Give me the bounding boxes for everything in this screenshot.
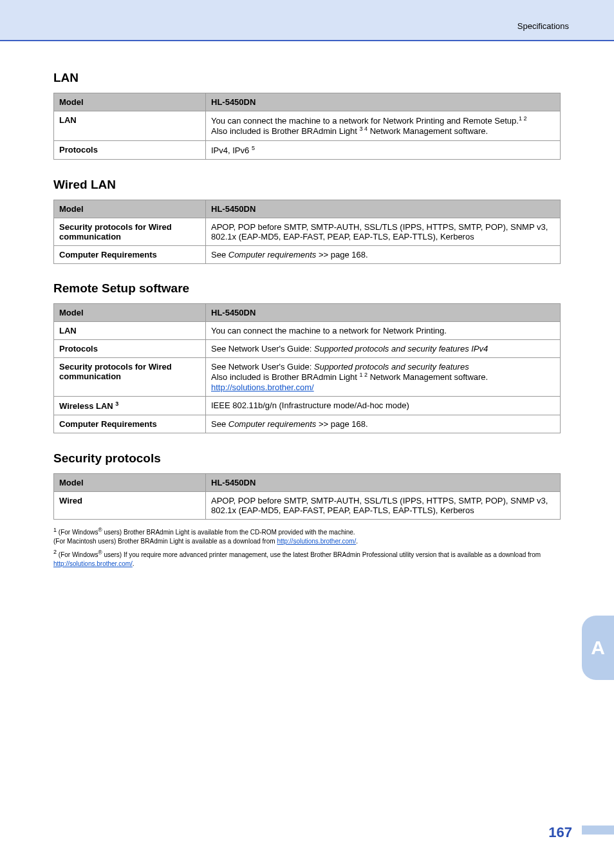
cell-value: See Network User's Guide: Supported prot… xyxy=(206,358,561,396)
table-header-value: HL-5450DN xyxy=(206,93,561,111)
table-row: Protocols IPv4, IPv6 5 xyxy=(54,140,561,159)
table-header-row: Model HL-5450DN xyxy=(54,304,561,322)
table-row: Security protocols for Wired communicati… xyxy=(54,358,561,396)
section-heading-wired-lan: Wired LAN xyxy=(53,166,561,192)
cell-value: IPv4, IPv6 5 xyxy=(206,140,561,159)
table-header-model: Model xyxy=(54,200,206,218)
cell-label: Computer Requirements xyxy=(54,245,206,263)
table-header-model: Model xyxy=(54,93,206,111)
cell-value: You can connect the machine to a network… xyxy=(206,322,561,340)
footnote-num: 1 xyxy=(53,527,57,533)
header-title: Specifications xyxy=(517,21,569,31)
footnote-text: (For Windows® users) Brother BRAdmin Lig… xyxy=(53,529,358,545)
table-header-value: HL-5450DN xyxy=(206,474,561,492)
table-header-value: HL-5450DN xyxy=(206,200,561,218)
cell-label: Security protocols for Wired communicati… xyxy=(54,218,206,245)
table-header-row: Model HL-5450DN xyxy=(54,474,561,492)
section-heading-lan: LAN xyxy=(53,71,561,85)
table-row: Wireless LAN 3 IEEE 802.11b/g/n (Infrast… xyxy=(54,396,561,415)
footnote-text: (For Windows® users) If you require more… xyxy=(53,551,541,567)
cell-label: Wireless LAN 3 xyxy=(54,396,206,415)
page-number: 167 xyxy=(548,824,572,841)
cell-value: IEEE 802.11b/g/n (Infrastructure mode/Ad… xyxy=(206,396,561,415)
cell-label: LAN xyxy=(54,322,206,340)
table-row: LAN You can connect the machine to a net… xyxy=(54,322,561,340)
footnote-link[interactable]: http://solutions.brother.com/ xyxy=(277,538,356,545)
page-root: Specifications LAN Model HL-5450DN LAN Y… xyxy=(0,0,614,868)
table-header-model: Model xyxy=(54,474,206,492)
table-row: Computer Requirements See Computer requi… xyxy=(54,415,561,433)
cell-value: APOP, POP before SMTP, SMTP-AUTH, SSL/TL… xyxy=(206,492,561,520)
cell-label: Computer Requirements xyxy=(54,415,206,433)
appendix-tab[interactable]: A xyxy=(582,616,614,680)
table-row: Computer Requirements See Computer requi… xyxy=(54,245,561,263)
cell-label: LAN xyxy=(54,111,206,141)
cell-label: Security protocols for Wired communicati… xyxy=(54,358,206,396)
cell-value: See Computer requirements >> page 168. xyxy=(206,245,561,263)
appendix-tab-label: A xyxy=(591,637,605,659)
table-row: Protocols See Network User's Guide: Supp… xyxy=(54,340,561,358)
cell-label: Protocols xyxy=(54,140,206,159)
table-row: Security protocols for Wired communicati… xyxy=(54,218,561,245)
cell-value: See Network User's Guide: Supported prot… xyxy=(206,340,561,358)
footnote-num: 2 xyxy=(53,549,57,555)
section-heading-remote-setup: Remote Setup software xyxy=(53,270,561,296)
table-header-value: HL-5450DN xyxy=(206,304,561,322)
footnote: 1 (For Windows® users) Brother BRAdmin L… xyxy=(53,526,561,546)
table-header-model: Model xyxy=(54,304,206,322)
table-header-row: Model HL-5450DN xyxy=(54,200,561,218)
table-lan: Model HL-5450DN LAN You can connect the … xyxy=(53,93,561,160)
cell-value: See Computer requirements >> page 168. xyxy=(206,415,561,433)
footnote: 2 (For Windows® users) If you require mo… xyxy=(53,548,561,568)
table-row: Wired APOP, POP before SMTP, SMTP-AUTH, … xyxy=(54,492,561,520)
table-security-protocols: Model HL-5450DN Wired APOP, POP before S… xyxy=(53,473,561,520)
cell-label: Wired xyxy=(54,492,206,520)
footnote-link[interactable]: http://solutions.brother.com/ xyxy=(53,560,133,567)
table-header-row: Model HL-5450DN xyxy=(54,93,561,111)
cell-value: APOP, POP before SMTP, SMTP-AUTH, SSL/TL… xyxy=(206,218,561,245)
link[interactable]: http://solutions.brother.com/ xyxy=(211,382,314,392)
table-wired-lan: Model HL-5450DN Security protocols for W… xyxy=(53,200,561,264)
cell-label: Protocols xyxy=(54,340,206,358)
footer-bar xyxy=(582,826,614,835)
content-area: LAN Model HL-5450DN LAN You can connect … xyxy=(53,71,561,569)
header-band: Specifications xyxy=(0,0,614,41)
section-heading-security-protocols: Security protocols xyxy=(53,440,561,466)
table-remote-setup: Model HL-5450DN LAN You can connect the … xyxy=(53,303,561,433)
table-row: LAN You can connect the machine to a net… xyxy=(54,111,561,141)
cell-value: You can connect the machine to a network… xyxy=(206,111,561,141)
